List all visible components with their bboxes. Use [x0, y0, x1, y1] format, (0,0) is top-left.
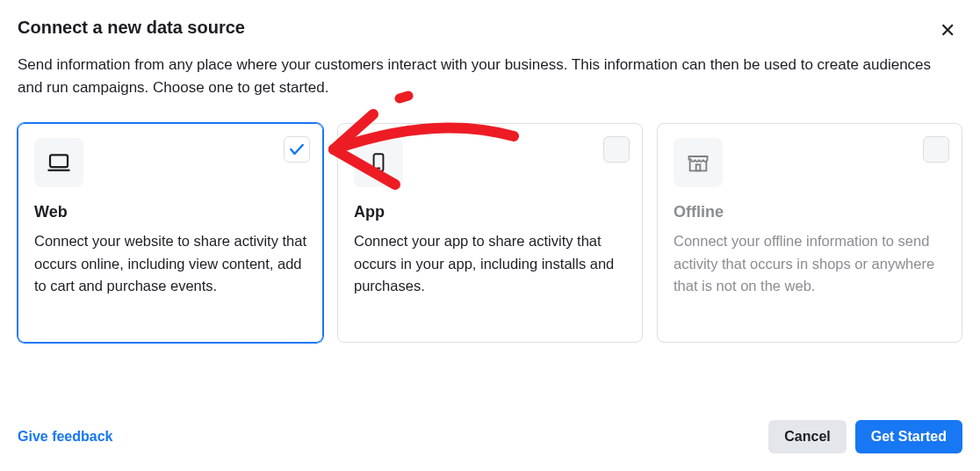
- card-desc-offline: Connect your offline information to send…: [674, 230, 946, 298]
- laptop-icon: [46, 149, 72, 176]
- card-desc-web: Connect your website to share activity t…: [34, 230, 306, 298]
- option-card-app[interactable]: App Connect your app to share activity t…: [337, 123, 643, 343]
- card-desc-app: Connect your app to share activity that …: [354, 230, 626, 298]
- card-title-web: Web: [34, 203, 306, 221]
- checkmark-icon: [288, 141, 306, 158]
- data-source-options: Web Connect your website to share activi…: [18, 123, 962, 343]
- svg-rect-0: [50, 155, 68, 167]
- mobile-icon: [367, 151, 390, 174]
- card-title-offline: Offline: [674, 203, 946, 221]
- store-icon: [686, 150, 710, 175]
- check-indicator-app: [603, 136, 630, 163]
- check-indicator-web: [284, 136, 310, 163]
- option-card-offline[interactable]: Offline Connect your offline information…: [657, 123, 962, 343]
- card-icon-wrap-web: [34, 138, 83, 187]
- close-button[interactable]: ✕: [933, 18, 962, 44]
- option-card-web[interactable]: Web Connect your website to share activi…: [18, 123, 323, 343]
- card-icon-wrap-app: [354, 138, 403, 187]
- get-started-button[interactable]: Get Started: [855, 420, 962, 453]
- dialog-title: Connect a new data source: [18, 18, 245, 38]
- check-indicator-offline: [923, 136, 949, 163]
- svg-rect-4: [696, 164, 701, 170]
- card-icon-wrap-offline: [674, 138, 723, 187]
- cancel-button[interactable]: Cancel: [768, 420, 846, 453]
- give-feedback-link[interactable]: Give feedback: [18, 429, 113, 445]
- dialog-description: Send information from any place where yo…: [18, 54, 948, 98]
- card-title-app: App: [354, 203, 626, 221]
